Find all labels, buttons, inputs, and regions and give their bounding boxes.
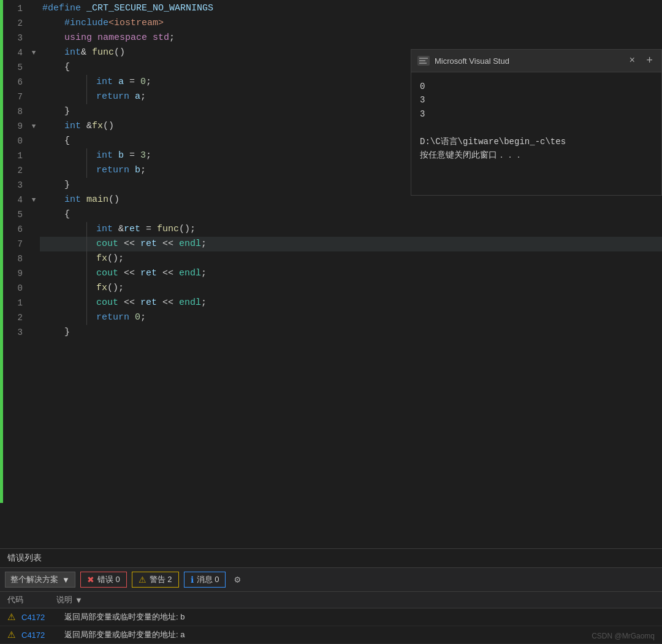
error-list-title: 错误列表 xyxy=(7,553,42,562)
terminal-popup: Microsoft Visual Stud × + 0 3 3 D:\C语言\g… xyxy=(411,49,662,196)
warning-label: 警告 2 xyxy=(150,574,172,585)
watermark: CSDN @MrGaomq xyxy=(592,632,655,640)
error-desc-2: 返回局部变量或临时变量的地址: a xyxy=(64,629,655,640)
code-line-20: fx(); xyxy=(40,281,662,296)
svg-rect-1 xyxy=(419,60,425,61)
code-line-23: } xyxy=(40,325,662,340)
code-line-1: #define _CRT_SECURE_NO_WARNINGS xyxy=(40,1,662,16)
error-list-header: 错误列表 xyxy=(0,549,662,568)
error-code-2: C4172 xyxy=(21,631,58,640)
bottom-panel: 错误列表 整个解决方案 ▼ ✖ 错误 0 ⚠ 警告 2 ℹ 消息 0 ⚙ 代码 … xyxy=(0,548,662,644)
svg-rect-2 xyxy=(419,63,427,64)
error-toolbar: 整个解决方案 ▼ ✖ 错误 0 ⚠ 警告 2 ℹ 消息 0 ⚙ xyxy=(0,568,662,592)
terminal-output-line-5: D:\C语言\gitware\begin_-c\tes xyxy=(420,135,653,148)
col-header-code: 代码 xyxy=(7,594,56,605)
terminal-body: 0 3 3 D:\C语言\gitware\begin_-c\tes 按任意键关闭… xyxy=(411,72,661,195)
code-line-2: #include<iostream> xyxy=(40,16,662,31)
code-line-22: return 0; xyxy=(40,310,662,325)
code-line-15: { xyxy=(40,207,662,222)
error-item-1[interactable]: ⚠ C4172 返回局部变量或临时变量的地址: b xyxy=(0,608,662,626)
chevron-down-icon: ▼ xyxy=(62,575,70,585)
column-headers: 代码 说明 ▼ xyxy=(0,592,662,608)
solution-dropdown[interactable]: 整个解决方案 ▼ xyxy=(5,572,75,588)
editor-area: 1 2 3 4 5 6 7 8 9 0 1 2 3 4 5 6 7 8 9 0 … xyxy=(0,0,662,503)
code-line-16: int &ret = func(); xyxy=(40,222,662,237)
filter-icon[interactable]: ⚙ xyxy=(230,572,244,587)
error-items-list: ⚠ C4172 返回局部变量或临时变量的地址: b ⚠ C4172 返回局部变量… xyxy=(0,608,662,644)
terminal-title: Microsoft Visual Stud xyxy=(435,56,621,66)
error-badge-errors[interactable]: ✖ 错误 0 xyxy=(80,572,127,588)
terminal-output-line-1: 0 xyxy=(420,80,653,93)
info-icon: ℹ xyxy=(191,575,194,585)
solution-label: 整个解决方案 xyxy=(10,574,58,585)
terminal-output-line-6: 按任意键关闭此窗口．．． xyxy=(420,148,653,162)
terminal-output-line-3: 3 xyxy=(420,107,653,121)
terminal-output-line-2: 3 xyxy=(420,93,653,107)
error-desc-1: 返回局部变量或临时变量的地址: b xyxy=(64,611,655,623)
terminal-output-line-4 xyxy=(420,121,653,134)
warning-icon-2: ⚠ xyxy=(7,629,15,640)
error-item-2[interactable]: ⚠ C4172 返回局部变量或临时变量的地址: a xyxy=(0,626,662,644)
sort-arrow-icon: ▼ xyxy=(75,596,83,605)
error-badge-warnings[interactable]: ⚠ 警告 2 xyxy=(132,572,179,588)
error-label: 错误 0 xyxy=(97,574,120,585)
terminal-titlebar: Microsoft Visual Stud × + xyxy=(411,50,661,72)
terminal-icon xyxy=(417,56,430,66)
code-line-18: fx(); xyxy=(40,251,662,266)
warning-icon: ⚠ xyxy=(139,575,146,585)
info-label: 消息 0 xyxy=(197,574,219,585)
col-header-desc[interactable]: 说明 ▼ xyxy=(56,594,655,605)
error-icon: ✖ xyxy=(87,575,94,585)
code-line-3: using namespace std; xyxy=(40,31,662,45)
collapse-column: ▼ ▼ ▼ xyxy=(28,0,40,503)
warning-icon-1: ⚠ xyxy=(7,611,15,623)
code-line-17: cout << ret << endl; xyxy=(40,237,662,251)
terminal-close-button[interactable]: × xyxy=(626,54,639,67)
svg-rect-0 xyxy=(419,58,428,59)
error-code-1: C4172 xyxy=(21,613,58,622)
code-line-19: cout << ret << endl; xyxy=(40,266,662,281)
error-badge-messages[interactable]: ℹ 消息 0 xyxy=(184,572,226,588)
line-numbers: 1 2 3 4 5 6 7 8 9 0 1 2 3 4 5 6 7 8 9 0 … xyxy=(3,0,28,503)
terminal-new-tab-button[interactable]: + xyxy=(644,53,655,68)
code-line-21: cout << ret << endl; xyxy=(40,296,662,310)
